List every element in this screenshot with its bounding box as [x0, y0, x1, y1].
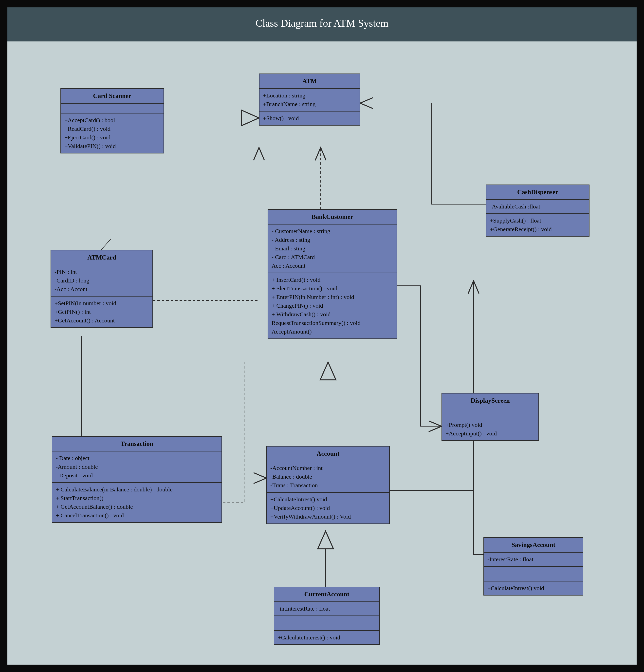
attr-row: -intInterestRate : float	[278, 604, 376, 613]
class-name: CashDispenser	[486, 185, 589, 200]
attributes-section: -intInterestRate : float	[274, 602, 379, 616]
op-row: + EnterPIN(in Number : int) : void	[271, 293, 393, 301]
op-row: +SupplyCash() : float	[490, 216, 585, 225]
attr-row: - Address : sting	[271, 236, 393, 244]
diagram-frame: Class Diagram for ATM System	[8, 8, 636, 664]
op-row: + StartTransaction()	[56, 494, 218, 503]
operations-section: + CalculateBalance(in Balance : double) …	[52, 483, 221, 522]
attr-row: Acc : Account	[271, 262, 393, 270]
operations-section: + InsertCard() : void + SlectTranssactio…	[268, 273, 397, 338]
class-card-scanner: Card Scanner +AcceptCard() : bool +ReadC…	[60, 88, 164, 154]
class-name: SavingsAccount	[484, 538, 583, 553]
attr-row: -InterestRate : float	[487, 555, 579, 564]
op-row: +ValidatePIN() : void	[64, 142, 160, 151]
attributes-section: +Location : string +BranchName : string	[259, 89, 360, 111]
operations-section: +SupplyCash() : float +GenerateReceipt()…	[486, 214, 589, 236]
op-row: +CalculateInterest() : void	[278, 633, 376, 642]
attr-row: -AccountNumber : int	[270, 464, 386, 472]
empty-section	[274, 616, 379, 631]
op-row: + InsertCard() : void	[271, 276, 393, 284]
operations-section: +Prompt() void +Acceptinput() : void	[442, 418, 538, 440]
op-row: + CancelTransaction() : void	[56, 511, 218, 520]
op-row: +Show() : void	[263, 114, 356, 123]
class-account: Account -AccountNumber : int -Balance : …	[266, 446, 390, 524]
op-row: +SetPIN(in number : void	[54, 299, 149, 308]
attr-row: - Email : sting	[271, 244, 393, 253]
class-cash-dispenser: CashDispenser -AvaliableCash :float +Sup…	[486, 184, 590, 237]
class-current-account: CurrentAccount -intInterestRate : float …	[274, 587, 380, 645]
class-name: Transaction	[52, 437, 221, 452]
page-title: Class Diagram for ATM System	[8, 8, 636, 41]
operations-section: +CalculateIntrest() void +UpdateAccount(…	[267, 493, 389, 524]
op-row: +VerifyWithdrawAmount() : Void	[270, 512, 386, 521]
op-row: + WithdrawCash() : void	[271, 310, 393, 319]
attr-row: -PIN : int	[54, 268, 149, 276]
class-name: BankCustomer	[268, 210, 397, 225]
class-name: Account	[267, 446, 389, 461]
op-row: +Acceptinput() : void	[446, 429, 535, 438]
attr-row: -Trans : Transaction	[270, 481, 386, 490]
attributes-section	[442, 408, 538, 418]
attr-row: -Balance : double	[270, 472, 386, 481]
class-savings-account: SavingsAccount -InterestRate : float +Ca…	[484, 537, 583, 596]
class-display-screen: DisplayScreen +Prompt() void +Acceptinpu…	[441, 393, 539, 441]
op-row: +CalculateIntrest() void	[270, 495, 386, 504]
class-atm-card: ATMCard -PIN : int -CardID : long -Acc :…	[51, 250, 153, 328]
attr-row: - CustomerName : string	[271, 227, 393, 236]
attributes-section: - CustomerName : string - Address : stin…	[268, 225, 397, 273]
class-transaction: Transaction - Date : object -Amount : do…	[52, 436, 222, 523]
class-name: Card Scanner	[61, 89, 163, 104]
attr-row: -CardID : long	[54, 276, 149, 285]
attr-row: +Location : string	[263, 91, 356, 100]
op-row: +Prompt() void	[446, 421, 535, 429]
diagram-canvas: Card Scanner +AcceptCard() : bool +ReadC…	[8, 41, 636, 664]
attributes-section: -PIN : int -CardID : long -Acc : Accont	[51, 265, 153, 297]
attributes-section: -AccountNumber : int -Balance : double -…	[267, 461, 389, 493]
attributes-section: -InterestRate : float	[484, 553, 583, 567]
operations-section: +Show() : void	[259, 111, 360, 125]
attr-row: -Acc : Accont	[54, 285, 149, 293]
class-atm: ATM +Location : string +BranchName : str…	[259, 73, 360, 125]
operations-section: +CalculateIntrest() void	[484, 581, 583, 595]
attr-row: - Deposit : void	[56, 471, 218, 480]
attr-row: - Card : ATMCard	[271, 253, 393, 262]
attr-row: - Date : object	[56, 454, 218, 463]
class-name: CurrentAccount	[274, 587, 379, 602]
op-row: AcceptAmount()	[271, 327, 393, 336]
class-name: DisplayScreen	[442, 394, 538, 408]
empty-section	[484, 567, 583, 581]
operations-section: +AcceptCard() : bool +ReadCard() : void …	[61, 113, 163, 153]
attributes-section	[61, 104, 163, 113]
op-row: +ReadCard() : void	[64, 124, 160, 133]
op-row: +CalculateIntrest() void	[487, 584, 579, 592]
op-row: +EjectCard() : void	[64, 133, 160, 142]
op-row: +GenerateReceipt() : void	[490, 225, 585, 233]
class-name: ATM	[259, 74, 360, 89]
op-row: +AcceptCard() : bool	[64, 116, 160, 124]
operations-section: +SetPIN(in number : void +GetPIN() : int…	[51, 297, 153, 327]
attr-row: -AvaliableCash :float	[490, 202, 585, 211]
op-row: + ChangePIN() : void	[271, 301, 393, 310]
attr-row: -Amount : double	[56, 463, 218, 471]
op-row: +UpdateAccount() : void	[270, 504, 386, 512]
op-row: + GetAccountBalance() : double	[56, 503, 218, 511]
op-row: +GetAccount() : Account	[54, 316, 149, 325]
op-row: RequestTransactionSummary() : void	[271, 319, 393, 327]
attributes-section: - Date : object -Amount : double - Depos…	[52, 452, 221, 483]
attributes-section: -AvaliableCash :float	[486, 200, 589, 214]
op-row: + SlectTranssaction() : void	[271, 284, 393, 293]
attr-row: +BranchName : string	[263, 100, 356, 109]
class-bank-customer: BankCustomer - CustomerName : string - A…	[268, 209, 397, 339]
op-row: + CalculateBalance(in Balance : double) …	[56, 485, 218, 494]
operations-section: +CalculateInterest() : void	[274, 631, 379, 644]
op-row: +GetPIN() : int	[54, 308, 149, 316]
class-name: ATMCard	[51, 250, 153, 265]
